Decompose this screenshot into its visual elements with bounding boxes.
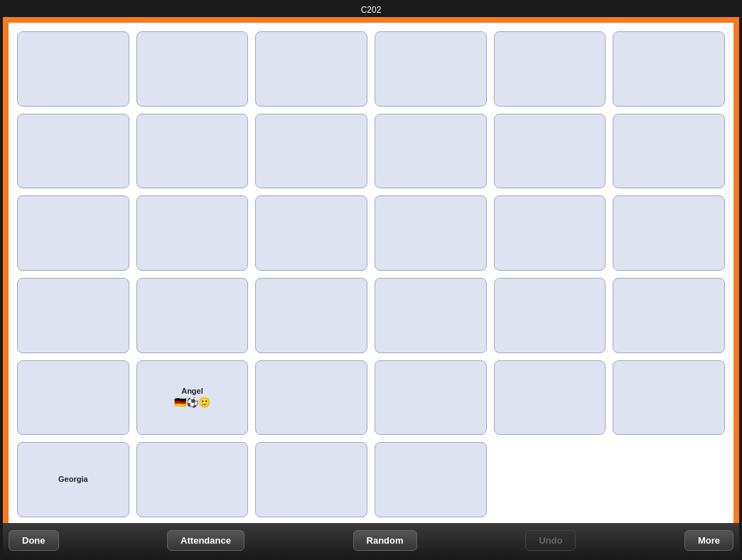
seat-cell[interactable] — [17, 195, 129, 271]
student-name: Angel — [181, 387, 203, 395]
more-button[interactable]: More — [684, 530, 733, 551]
seat-cell[interactable] — [613, 195, 725, 271]
seat-cell[interactable] — [136, 31, 249, 107]
seat-cell[interactable] — [375, 195, 487, 271]
attendance-button[interactable]: Attendance — [167, 530, 244, 551]
seat-cell[interactable] — [613, 360, 725, 436]
seat-cell[interactable] — [375, 442, 487, 517]
done-button[interactable]: Done — [9, 530, 59, 551]
seat-cell[interactable] — [255, 195, 367, 271]
seat-cell[interactable] — [494, 278, 606, 353]
seat-cell[interactable]: Georgia — [17, 442, 129, 517]
seat-cell[interactable] — [375, 31, 487, 107]
seat-cell[interactable] — [136, 278, 249, 353]
seat-cell[interactable] — [375, 278, 487, 353]
seat-cell[interactable] — [255, 278, 367, 353]
seat-cell[interactable] — [17, 360, 129, 436]
seat-cell[interactable] — [17, 114, 129, 189]
seat-cell[interactable] — [17, 278, 129, 353]
toolbar: Done Attendance Random Undo More — [3, 523, 739, 557]
seat-cell[interactable] — [494, 360, 606, 436]
seat-cell[interactable] — [613, 278, 725, 353]
seat-cell[interactable] — [255, 360, 367, 436]
seat-cell[interactable] — [613, 31, 725, 107]
seat-cell[interactable]: Angel🇩🇪⚽🙂 — [136, 360, 249, 436]
app-frame: C202 Angel🇩🇪⚽🙂Georgia Done Attendance Ra… — [0, 0, 742, 560]
seat-cell[interactable] — [375, 360, 487, 436]
title-bar: C202 — [3, 3, 739, 17]
seat-cell[interactable] — [17, 31, 129, 107]
undo-button[interactable]: Undo — [525, 530, 576, 551]
seat-cell[interactable] — [255, 442, 367, 517]
seat-cell[interactable] — [494, 31, 606, 107]
window-title: C202 — [361, 5, 382, 15]
seat-cell[interactable] — [136, 114, 249, 189]
seat-cell[interactable] — [136, 442, 249, 517]
seat-cell[interactable] — [136, 195, 249, 271]
seat-grid: Angel🇩🇪⚽🙂Georgia — [17, 31, 725, 517]
seat-cell[interactable] — [255, 31, 367, 107]
student-icons: 🇩🇪⚽🙂 — [174, 397, 210, 408]
seat-cell[interactable] — [255, 114, 367, 189]
seat-cell[interactable] — [375, 114, 487, 189]
seat-cell[interactable] — [613, 114, 725, 189]
content-area: Angel🇩🇪⚽🙂Georgia — [9, 23, 733, 523]
seat-cell[interactable] — [494, 114, 606, 189]
random-button[interactable]: Random — [353, 530, 417, 551]
seat-cell[interactable] — [494, 195, 606, 271]
student-name: Georgia — [58, 475, 88, 483]
